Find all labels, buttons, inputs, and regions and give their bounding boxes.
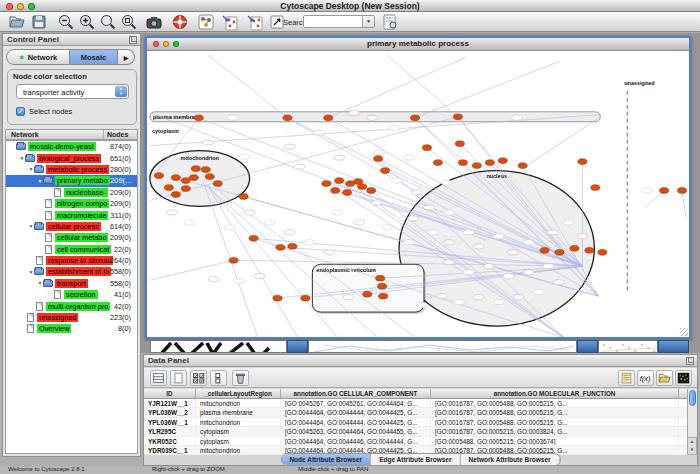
table-row[interactable]: YJR121W__1mitochondrion[GO:0045267, GO:0… xyxy=(144,399,689,408)
network-node[interactable] xyxy=(563,220,574,225)
network-node[interactable] xyxy=(417,303,428,308)
network-node[interactable] xyxy=(404,155,415,160)
tree-row[interactable]: response to stimulu264(0) xyxy=(6,255,137,266)
tab-edge-attribute-browser[interactable]: Edge Attribute Browser xyxy=(371,454,460,465)
network-canvas[interactable]: plasma membranecytoplasmmitochondrionnuc… xyxy=(147,51,689,337)
network-node-selected[interactable] xyxy=(433,160,442,166)
column-header[interactable]: ID xyxy=(144,389,196,398)
network-node[interactable] xyxy=(382,225,393,230)
network-node[interactable] xyxy=(264,220,275,225)
network-node-selected[interactable] xyxy=(376,275,385,281)
network-node-selected[interactable] xyxy=(422,145,431,151)
network-node[interactable] xyxy=(503,274,514,279)
network-node[interactable] xyxy=(507,250,518,255)
network-node-selected[interactable] xyxy=(677,188,686,194)
network-node[interactable] xyxy=(239,154,250,159)
network-node[interactable] xyxy=(354,220,365,225)
tree-row[interactable]: mosaic-demo-yeast874(0) xyxy=(6,141,137,152)
network-node[interactable] xyxy=(227,115,238,120)
network-node-selected[interactable] xyxy=(164,185,173,191)
network-node-selected[interactable] xyxy=(363,291,372,297)
network-node-selected[interactable] xyxy=(191,166,200,172)
network-node-selected[interactable] xyxy=(331,188,340,194)
network-node[interactable] xyxy=(553,280,564,285)
network-node[interactable] xyxy=(332,210,343,215)
network-node[interactable] xyxy=(334,155,345,160)
network-node[interactable] xyxy=(533,290,544,295)
float-panel-icon[interactable] xyxy=(686,357,694,365)
network-node-selected[interactable] xyxy=(194,115,203,121)
delete-attribute-icon[interactable] xyxy=(232,370,249,386)
network-node[interactable] xyxy=(543,264,554,269)
table-row[interactable]: YPL036W__2plasma membrane[GO:0044464, GO… xyxy=(144,408,689,417)
help-ring-icon[interactable] xyxy=(171,13,189,31)
search-input[interactable]: ▼ xyxy=(303,15,375,28)
tree-row[interactable]: ▼establishment of lo558(0) xyxy=(6,266,137,277)
network-node-selected[interactable] xyxy=(485,160,494,166)
table-row[interactable]: YLR295Ccytoplasm[GO:0045263, GO:0044464,… xyxy=(144,427,689,436)
network-node[interactable] xyxy=(284,230,295,235)
network-node[interactable] xyxy=(493,234,504,239)
network-node[interactable] xyxy=(441,180,452,185)
table-row[interactable]: YPL036W__1mitochondrion[GO:0044464, GO:0… xyxy=(144,418,689,427)
network-node[interactable] xyxy=(412,190,423,195)
network-frame-titlebar[interactable]: primary metabolic process xyxy=(147,38,689,51)
network-node-selected[interactable] xyxy=(591,185,600,191)
network-node-selected[interactable] xyxy=(181,186,190,192)
tree-row[interactable]: cell communicat22(0) xyxy=(6,244,137,255)
network-node-selected[interactable] xyxy=(213,181,222,187)
network-node-selected[interactable] xyxy=(555,249,564,255)
network-node-selected[interactable] xyxy=(518,163,527,169)
network-node[interactable] xyxy=(404,240,415,245)
zoom-out-icon[interactable] xyxy=(57,13,75,31)
network-node[interactable] xyxy=(493,300,504,305)
tab-overflow-arrow[interactable]: ▶ xyxy=(118,49,135,65)
network-node-selected[interactable] xyxy=(201,167,210,173)
network-node-selected[interactable] xyxy=(455,141,464,147)
network-node[interactable] xyxy=(208,277,219,282)
open-folder-icon[interactable] xyxy=(8,13,26,31)
layout-network-icon[interactable] xyxy=(221,13,239,31)
network-node-selected[interactable] xyxy=(354,179,363,185)
network-node[interactable] xyxy=(443,210,454,215)
network-node-selected[interactable] xyxy=(276,244,285,250)
scrollbar-arrows[interactable]: ▲▼ xyxy=(687,437,697,455)
network-node-selected[interactable] xyxy=(239,194,248,200)
tab-network-attribute-browser[interactable]: Network Attribute Browser xyxy=(460,454,559,465)
network-node[interactable] xyxy=(304,240,315,245)
network-node[interactable] xyxy=(294,164,305,169)
network-node-selected[interactable] xyxy=(570,245,579,251)
tree-row[interactable]: ▼metabolic process280(0) xyxy=(6,164,137,175)
network-node[interactable] xyxy=(523,240,534,245)
network-node[interactable] xyxy=(389,125,400,130)
network-node[interactable] xyxy=(408,216,419,221)
network-node[interactable] xyxy=(234,279,245,284)
table-row[interactable]: YKR052Ccytoplasm[GO:0044464, GO:0044446,… xyxy=(144,437,689,446)
network-node[interactable] xyxy=(642,188,653,193)
network-node-selected[interactable] xyxy=(379,293,388,299)
tree-row[interactable]: Overview8(0) xyxy=(6,323,137,334)
network-node[interactable] xyxy=(463,230,474,235)
network-node[interactable] xyxy=(284,144,295,149)
network-node[interactable] xyxy=(343,295,354,300)
network-node-selected[interactable] xyxy=(381,168,390,174)
function-builder-icon[interactable]: f(x) xyxy=(637,370,654,386)
tree-row[interactable]: secretion41(0) xyxy=(6,289,137,300)
network-node-selected[interactable] xyxy=(498,158,507,164)
network-node-selected[interactable] xyxy=(343,190,352,196)
save-icon[interactable] xyxy=(30,13,48,31)
network-node-selected[interactable] xyxy=(171,192,180,198)
tree-row[interactable]: nitrogen compo209(0) xyxy=(6,198,137,209)
network-node[interactable] xyxy=(427,230,438,235)
network-node[interactable] xyxy=(443,260,454,265)
column-header[interactable]: annotation.GO CELLULAR_COMPONENT xyxy=(281,389,431,398)
network-node[interactable] xyxy=(224,225,235,230)
network-node[interactable] xyxy=(166,210,177,215)
unselect-attributes-icon[interactable] xyxy=(210,370,227,386)
network-node[interactable] xyxy=(511,115,522,120)
float-panel-icon[interactable] xyxy=(129,36,137,44)
network-node[interactable] xyxy=(463,270,474,275)
network-node-selected[interactable] xyxy=(205,174,214,180)
network-node-selected[interactable] xyxy=(378,283,387,289)
select-attributes-icon[interactable] xyxy=(190,370,207,386)
